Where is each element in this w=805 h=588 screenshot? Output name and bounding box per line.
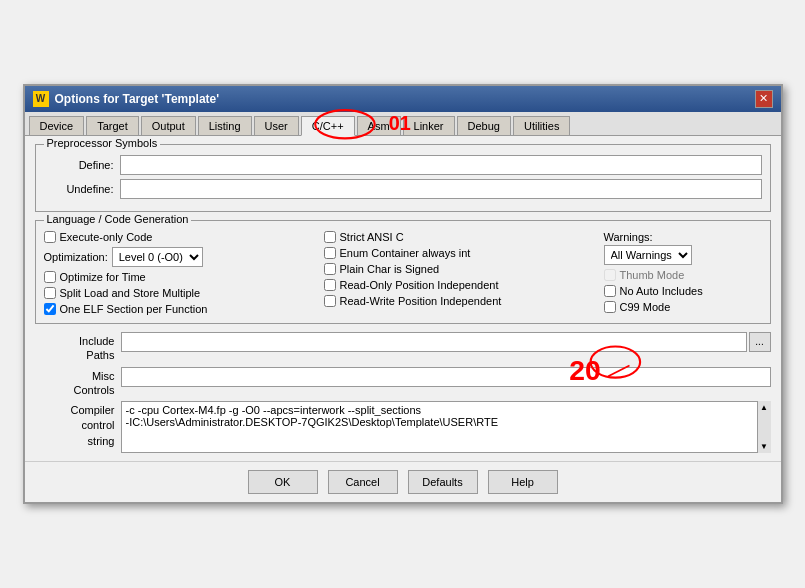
readonly-pos-checkbox[interactable] [324, 279, 336, 291]
misc-controls-input[interactable] [121, 367, 771, 387]
c99-mode-label: C99 Mode [620, 301, 671, 313]
strict-ansi-checkbox[interactable] [324, 231, 336, 243]
no-auto-includes-row: No Auto Includes [604, 285, 762, 297]
tab-device[interactable]: Device [29, 116, 85, 135]
no-auto-includes-label: No Auto Includes [620, 285, 703, 297]
no-auto-includes-checkbox[interactable] [604, 285, 616, 297]
one-elf-label: One ELF Section per Function [60, 303, 208, 315]
compiler-string-display: -c -cpu Cortex-M4.fp -g -O0 --apcs=inter… [121, 401, 771, 453]
compiler-string-label: Compilercontrolstring [35, 401, 115, 449]
preprocessor-group: Preprocessor Symbols Define: Undefine: [35, 144, 771, 212]
compiler-string-wrap: -c -cpu Cortex-M4.fp -g -O0 --apcs=inter… [121, 401, 771, 453]
bottom-buttons: OK Cancel Defaults Help [25, 461, 781, 502]
misc-controls-input-wrap [121, 367, 771, 387]
c99-mode-row: C99 Mode [604, 301, 762, 313]
define-label: Define: [44, 159, 114, 171]
enum-container-label: Enum Container always int [340, 247, 471, 259]
define-input[interactable] [120, 155, 762, 175]
close-button[interactable]: ✕ [755, 90, 773, 108]
plain-char-label: Plain Char is Signed [340, 263, 440, 275]
main-dialog: W Options for Target 'Template' ✕ Device… [23, 84, 783, 504]
misc-controls-row: MiscControls [35, 367, 771, 398]
plain-char-checkbox[interactable] [324, 263, 336, 275]
strict-ansi-label: Strict ANSI C [340, 231, 404, 243]
optimization-row: Optimization: Level 0 (-O0) [44, 247, 324, 267]
optimize-time-checkbox[interactable] [44, 271, 56, 283]
optimize-time-label: Optimize for Time [60, 271, 146, 283]
lang-col3: Warnings: All Warnings Thumb Mode No Aut… [604, 231, 762, 315]
thumb-mode-row: Thumb Mode [604, 269, 762, 281]
title-bar: W Options for Target 'Template' ✕ [25, 86, 781, 112]
define-row: Define: [44, 155, 762, 175]
dialog-title: Options for Target 'Template' [55, 92, 220, 106]
ok-button[interactable]: OK [248, 470, 318, 494]
compiler-string-row: Compilercontrolstring -c -cpu Cortex-M4.… [35, 401, 771, 453]
defaults-button[interactable]: Defaults [408, 470, 478, 494]
readwrite-pos-checkbox[interactable] [324, 295, 336, 307]
include-paths-input[interactable] [121, 332, 747, 352]
preprocessor-title: Preprocessor Symbols [44, 137, 161, 149]
enum-container-checkbox[interactable] [324, 247, 336, 259]
tab-listing[interactable]: Listing [198, 116, 252, 135]
readonly-pos-row: Read-Only Position Independent [324, 279, 604, 291]
help-button[interactable]: Help [488, 470, 558, 494]
tab-bar: Device Target Output Listing User C/C++ … [25, 112, 781, 136]
thumb-mode-label: Thumb Mode [620, 269, 685, 281]
app-icon: W [33, 91, 49, 107]
tab-asm[interactable]: Asm [357, 116, 401, 135]
tab-user[interactable]: User [254, 116, 299, 135]
tab-debug[interactable]: Debug [457, 116, 511, 135]
split-load-label: Split Load and Store Multiple [60, 287, 201, 299]
compiler-line2: -IC:\Users\Administrator.DESKTOP-7QGIK2S… [126, 416, 766, 428]
include-paths-label: IncludePaths [35, 332, 115, 363]
warnings-label: Warnings: [604, 231, 762, 243]
thumb-mode-checkbox [604, 269, 616, 281]
include-paths-input-wrap: ... [121, 332, 771, 352]
undefine-label: Undefine: [44, 183, 114, 195]
cancel-button[interactable]: Cancel [328, 470, 398, 494]
lang-col1: Execute-only Code Optimization: Level 0 … [44, 231, 324, 315]
optimize-time-row: Optimize for Time [44, 271, 324, 283]
readwrite-pos-label: Read-Write Position Independent [340, 295, 502, 307]
optimization-label: Optimization: [44, 251, 108, 263]
tab-cpp[interactable]: C/C++ [301, 116, 355, 136]
one-elf-row: One ELF Section per Function [44, 303, 324, 315]
plain-char-row: Plain Char is Signed [324, 263, 604, 275]
compiler-line1: -c -cpu Cortex-M4.fp -g -O0 --apcs=inter… [126, 404, 766, 416]
compiler-scrollbar: ▲ ▼ [757, 401, 771, 453]
undefine-input[interactable] [120, 179, 762, 199]
scroll-up-arrow[interactable]: ▲ [758, 401, 771, 414]
warnings-select[interactable]: All Warnings [604, 245, 692, 265]
misc-controls-label: MiscControls [35, 367, 115, 398]
execute-only-checkbox[interactable] [44, 231, 56, 243]
language-title: Language / Code Generation [44, 213, 192, 225]
include-paths-browse-button[interactable]: ... [749, 332, 771, 352]
tab-output[interactable]: Output [141, 116, 196, 135]
strict-ansi-row: Strict ANSI C [324, 231, 604, 243]
enum-container-row: Enum Container always int [324, 247, 604, 259]
split-load-checkbox[interactable] [44, 287, 56, 299]
content-area: Preprocessor Symbols Define: Undefine: L… [25, 136, 781, 461]
language-grid: Execute-only Code Optimization: Level 0 … [44, 231, 762, 315]
optimization-select[interactable]: Level 0 (-O0) [112, 247, 203, 267]
readonly-pos-label: Read-Only Position Independent [340, 279, 499, 291]
lang-col2: Strict ANSI C Enum Container always int … [324, 231, 604, 315]
c99-mode-checkbox[interactable] [604, 301, 616, 313]
scroll-down-arrow[interactable]: ▼ [758, 440, 771, 453]
tab-target[interactable]: Target [86, 116, 139, 135]
readwrite-pos-row: Read-Write Position Independent [324, 295, 604, 307]
undefine-row: Undefine: [44, 179, 762, 199]
language-group: Language / Code Generation Execute-only … [35, 220, 771, 324]
execute-only-label: Execute-only Code [60, 231, 153, 243]
tab-linker[interactable]: Linker [403, 116, 455, 135]
one-elf-checkbox[interactable] [44, 303, 56, 315]
execute-only-row: Execute-only Code [44, 231, 324, 243]
warnings-section: Warnings: All Warnings [604, 231, 762, 265]
split-load-row: Split Load and Store Multiple [44, 287, 324, 299]
include-paths-row: IncludePaths ... [35, 332, 771, 363]
tab-utilities[interactable]: Utilities [513, 116, 570, 135]
